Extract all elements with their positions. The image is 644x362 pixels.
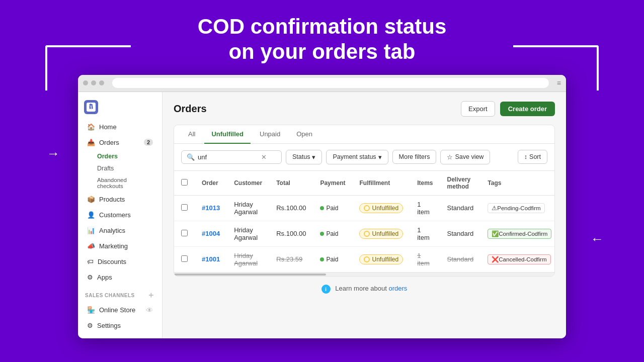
marketing-icon: 📣 (87, 242, 95, 250)
export-button[interactable]: Export (461, 101, 495, 117)
table-header-total: Total (269, 171, 313, 196)
payment-badge: Paid (320, 230, 338, 237)
order-total: Rs.100.00 (276, 204, 306, 212)
eye-icon: 👁 (146, 306, 153, 314)
order-delivery: Standard (447, 204, 474, 212)
sidebar-item-analytics[interactable]: 📊 Analytics (81, 223, 159, 238)
learn-more-section: i Learn more about orders (174, 277, 555, 302)
order-tag: ⚠Pending-Codfirm (488, 203, 544, 213)
order-items: 1 item (417, 201, 430, 216)
browser-window: ≡ 🏠 Home 📥 Orders 2 Orders Drafts (78, 75, 566, 338)
table-row: #1004 Hriday Agarwal Rs.100.00 Paid Unfu… (174, 221, 555, 246)
headline: COD confirmation status on your orders t… (198, 14, 447, 65)
sales-channels-header: SALES CHANNELS ＋ (78, 285, 162, 303)
customers-icon: 👤 (87, 211, 95, 219)
scrollbar-thumb (174, 274, 326, 276)
search-wrap: 🔍 ✕ (181, 150, 282, 164)
payment-status-chevron-icon: ▾ (378, 153, 382, 161)
info-icon: i (321, 285, 331, 294)
order-customer: Hriday Agarwal (234, 252, 258, 267)
select-all-checkbox[interactable] (181, 179, 188, 186)
browser-body: 🏠 Home 📥 Orders 2 Orders Drafts Abandone… (78, 92, 566, 338)
sidebar-item-online-store[interactable]: 🏪 Online Store 👁 (81, 303, 159, 317)
row-checkbox[interactable] (181, 255, 188, 262)
clear-search-icon[interactable]: ✕ (261, 153, 267, 161)
order-customer: Hriday Agarwal (234, 201, 258, 216)
apps-icon: ⚙ (87, 274, 93, 281)
sales-channels-label: SALES CHANNELS (85, 293, 135, 298)
sidebar-item-home[interactable]: 🏠 Home (81, 120, 159, 134)
row-checkbox[interactable] (181, 204, 188, 211)
order-tags-cell: ⚠Pending-Codfirm (480, 195, 555, 221)
order-id-link[interactable]: #1013 (202, 204, 220, 212)
save-view-button[interactable]: ☆ Save view (440, 150, 490, 164)
fulfillment-badge: Unfulfilled (359, 229, 403, 239)
sidebar-item-products-label: Products (99, 196, 125, 203)
order-id-link[interactable]: #1001 (202, 255, 220, 263)
address-bar[interactable] (112, 78, 549, 88)
arrow-right-icon: ← (591, 231, 604, 247)
paid-dot-icon (320, 257, 324, 261)
sidebar-item-orders-label: Orders (99, 139, 119, 146)
orders-table: Order Customer Total Payment Fulfillment… (174, 171, 555, 272)
sort-button[interactable]: ↕ Sort (518, 150, 547, 164)
table-header-fulfillment: Fulfillment (352, 171, 410, 196)
order-items-cell: 1 item (410, 195, 440, 221)
horizontal-scrollbar (174, 272, 554, 276)
order-fulfillment-cell: Unfulfilled (352, 195, 410, 221)
sidebar-subitem-drafts[interactable]: Drafts (81, 162, 159, 174)
status-filter-button[interactable]: Status ▾ (286, 150, 322, 164)
sort-icon: ↕ (524, 153, 527, 160)
payment-status-filter-button[interactable]: Payment status ▾ (326, 150, 388, 164)
search-input[interactable] (198, 153, 258, 161)
order-tag: ❌Cancelled-Codfirm (488, 254, 550, 264)
sidebar-item-orders[interactable]: 📥 Orders 2 (81, 135, 159, 150)
browser-bar: ≡ (78, 75, 566, 92)
more-filters-button[interactable]: More filters (392, 150, 437, 164)
sidebar-item-marketing[interactable]: 📣 Marketing (81, 239, 159, 253)
order-customer-cell: Hriday Agarwal (227, 195, 269, 221)
order-delivery-cell: Standard (440, 195, 481, 221)
sidebar-item-settings[interactable]: ⚙ Settings (81, 318, 159, 333)
orders-link[interactable]: orders (389, 285, 408, 292)
sidebar-item-discounts[interactable]: 🏷 Discounts (81, 254, 159, 269)
sidebar-subitem-abandoned[interactable]: Abandoned checkouts (81, 174, 159, 192)
order-payment-cell: Paid (313, 195, 352, 221)
row-checkbox[interactable] (181, 230, 188, 236)
table-header-order: Order (195, 171, 227, 196)
order-id-link[interactable]: #1004 (202, 230, 220, 237)
save-view-star-icon: ☆ (447, 153, 453, 161)
order-items-cell: 1 item (410, 221, 440, 246)
table-row: #1013 Hriday Agarwal Rs.100.00 Paid Unfu… (174, 195, 555, 221)
tab-unfulfilled[interactable]: Unfulfilled (204, 125, 251, 144)
settings-icon: ⚙ (87, 322, 93, 329)
table-header-checkbox (174, 171, 195, 196)
add-sales-channel-icon[interactable]: ＋ (147, 290, 155, 301)
orders-badge: 2 (144, 139, 153, 146)
order-fulfillment-cell: Unfulfilled (352, 246, 410, 272)
orders-icon: 📥 (87, 139, 95, 146)
online-store-label: Online Store (99, 306, 135, 314)
order-tags-cell: ❌Cancelled-Codfirm (480, 246, 555, 272)
order-id-cell: #1004 (195, 221, 227, 246)
sidebar-item-products[interactable]: 📦 Products (81, 192, 159, 207)
order-id-cell: #1001 (195, 246, 227, 272)
order-delivery: Standard (447, 230, 474, 237)
tab-open[interactable]: Open (289, 125, 319, 144)
create-order-button[interactable]: Create order (500, 102, 555, 116)
tab-all[interactable]: All (181, 125, 202, 144)
order-items: 1 item (417, 226, 430, 241)
tab-unpaid[interactable]: Unpaid (253, 125, 287, 144)
sidebar-item-analytics-label: Analytics (99, 227, 125, 234)
order-customer: Hriday Agarwal (234, 226, 258, 241)
table-row: #1001 Hriday Agarwal Rs.23.59 Paid Unful… (174, 246, 555, 272)
filter-bar: 🔍 ✕ Status ▾ Payment status ▾ More filte… (174, 144, 554, 171)
online-store-icon: 🏪 (87, 306, 95, 314)
sidebar-item-apps[interactable]: ⚙ Apps (81, 270, 159, 285)
sidebar-item-customers[interactable]: 👤 Customers (81, 208, 159, 222)
sidebar-subitem-drafts-label: Drafts (97, 165, 114, 172)
table-header-payment: Payment (313, 171, 352, 196)
table-header-delivery: Delivery method (440, 171, 481, 196)
sidebar-subitem-orders[interactable]: Orders (81, 150, 159, 162)
discounts-icon: 🏷 (87, 258, 94, 265)
